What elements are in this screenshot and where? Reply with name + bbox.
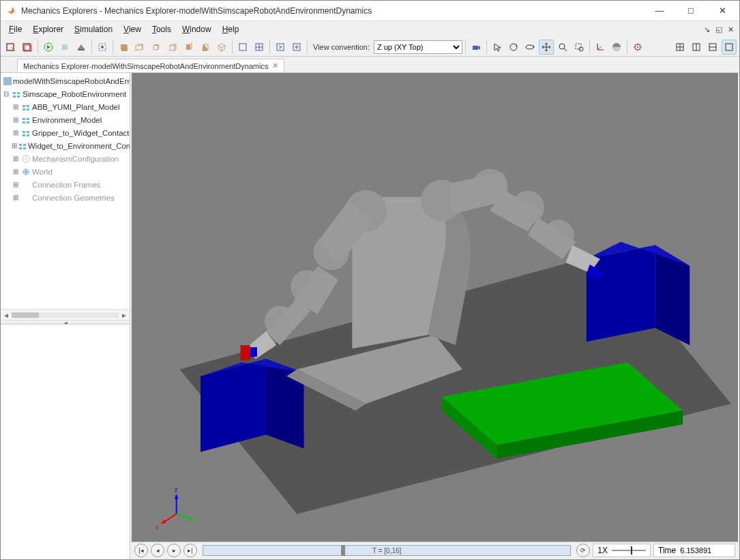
layout-horiz-icon[interactable] <box>689 40 704 55</box>
speed-control[interactable]: 1X <box>593 544 651 557</box>
tree-node-geometries[interactable]: ⊞ Connection Geometries <box>2 191 130 204</box>
time-slider[interactable]: T = [0,16] <box>203 545 571 556</box>
view-right-icon[interactable] <box>198 40 213 55</box>
subsystem-icon <box>12 89 21 99</box>
expand-icon[interactable]: ⊞ <box>12 129 20 136</box>
speed-slider[interactable] <box>612 550 646 551</box>
expand-both-icon[interactable] <box>289 40 304 55</box>
menu-simulation[interactable]: Simulation <box>69 23 118 35</box>
expand-icon[interactable]: ⊞ <box>12 181 20 188</box>
dock-minimize-icon[interactable]: ↘ <box>701 25 713 34</box>
play-button[interactable]: ▸ <box>167 544 181 557</box>
menu-explorer[interactable]: Explorer <box>27 23 69 35</box>
view-iso-icon[interactable] <box>214 40 229 55</box>
expand-icon[interactable]: ⊞ <box>12 155 20 162</box>
svg-rect-49 <box>23 121 25 123</box>
scroll-thumb[interactable] <box>12 312 39 318</box>
zoom-region-icon[interactable] <box>572 40 587 55</box>
dock-undock-icon[interactable]: ◱ <box>713 25 725 34</box>
expand-right-icon[interactable] <box>273 40 288 55</box>
step-back-button[interactable]: ◂ <box>151 544 164 557</box>
toolbar: View convention: Z up (XY Top) <box>1 38 739 57</box>
minimize-button[interactable]: — <box>644 1 675 21</box>
svg-rect-52 <box>27 131 29 133</box>
menu-tools[interactable]: Tools <box>147 23 177 35</box>
record-icon[interactable] <box>74 40 89 55</box>
svg-rect-56 <box>23 144 26 146</box>
tile-quad-icon[interactable] <box>252 40 267 55</box>
collapse-icon[interactable]: ⊟ <box>2 90 10 98</box>
roll-tool-icon[interactable] <box>522 40 537 55</box>
axes-tool-icon[interactable] <box>593 40 608 55</box>
svg-rect-58 <box>23 147 26 149</box>
scroll-left-icon[interactable]: ◂ <box>1 310 12 320</box>
skip-start-button[interactable]: |◂ <box>134 544 148 557</box>
expand-icon[interactable]: ⊞ <box>12 168 20 175</box>
view-bottom-icon[interactable] <box>165 40 180 55</box>
rotate-tool-icon[interactable] <box>506 40 521 55</box>
perspective-tool-icon[interactable] <box>609 40 624 55</box>
camera-icon[interactable] <box>469 40 484 55</box>
time-slider-thumb[interactable] <box>341 545 345 556</box>
matlab-logo-icon <box>6 5 17 16</box>
zoom-tool-icon[interactable] <box>555 40 570 55</box>
tree-node-abb[interactable]: ⊞ ABB_YUMI_Plant_Model <box>2 100 130 113</box>
tree-node-env[interactable]: ⊞ Environment_Model <box>2 113 130 126</box>
3d-viewport[interactable]: z x y <box>132 73 738 542</box>
tree-node-mechanism[interactable]: ⊞ MechanismConfiguration <box>2 152 130 165</box>
play-icon[interactable] <box>41 40 56 55</box>
view-front-icon[interactable] <box>116 40 131 55</box>
settings-icon[interactable] <box>630 40 645 55</box>
expand-icon[interactable]: ⊞ <box>12 103 20 110</box>
document-tab[interactable]: Mechanics Explorer-modelWithSimscapeRobo… <box>17 59 284 72</box>
view-top-icon[interactable] <box>149 40 164 55</box>
expand-icon[interactable]: ⊞ <box>12 142 17 149</box>
tree-node-widget[interactable]: ⊞ Widget_to_Environment_Contact <box>2 139 130 152</box>
svg-rect-54 <box>27 134 29 136</box>
step-forward-button[interactable]: ▸| <box>183 544 197 557</box>
layout-single-icon[interactable] <box>722 40 737 55</box>
refresh-all-icon[interactable] <box>20 40 35 55</box>
layout-quad-icon[interactable] <box>672 40 687 55</box>
menu-window[interactable]: Window <box>177 23 217 35</box>
menu-file[interactable]: File <box>3 23 27 35</box>
fit-view-icon[interactable] <box>95 40 110 55</box>
expand-icon[interactable]: ⊞ <box>12 116 20 123</box>
subsystem-icon <box>18 141 27 151</box>
tree-root[interactable]: modelWithSimscapeRobotAndEnvironmentDyna… <box>2 74 130 87</box>
explorer-pane: modelWithSimscapeRobotAndEnvironmentDyna… <box>1 73 130 559</box>
maximize-button[interactable]: □ <box>675 1 707 21</box>
properties-pane <box>1 324 130 559</box>
layout-vert-icon[interactable] <box>705 40 720 55</box>
tile-single-icon[interactable] <box>235 40 250 55</box>
svg-rect-37 <box>726 44 732 50</box>
refresh-explorer-icon[interactable] <box>3 40 18 55</box>
tree-node-gripper[interactable]: ⊞ Gripper_to_Widget_Contact <box>2 126 130 139</box>
tree-node-simscape[interactable]: ⊟ Simscape_RobotEnvironment <box>2 87 130 100</box>
menu-view[interactable]: View <box>118 23 147 35</box>
model-tree[interactable]: modelWithSimscapeRobotAndEnvironmentDyna… <box>1 73 130 309</box>
view-back-icon[interactable] <box>132 40 147 55</box>
svg-rect-79 <box>241 345 250 360</box>
svg-rect-38 <box>3 77 12 85</box>
svg-line-21 <box>564 48 567 51</box>
close-button[interactable]: ✕ <box>707 1 738 21</box>
svg-rect-53 <box>23 134 25 136</box>
svg-rect-42 <box>17 95 20 98</box>
tree-hscroll[interactable]: ◂ ▸ <box>1 309 130 320</box>
view-left-icon[interactable] <box>181 40 196 55</box>
expand-icon[interactable]: ⊞ <box>12 194 20 201</box>
loop-button[interactable]: ⟳ <box>576 544 590 557</box>
tree-node-frames[interactable]: ⊞ Connection Frames <box>2 178 130 191</box>
select-tool-icon[interactable] <box>490 40 505 55</box>
menu-help[interactable]: Help <box>217 23 245 35</box>
folder-icon <box>21 180 31 190</box>
pan-tool-icon[interactable] <box>539 40 554 55</box>
scroll-right-icon[interactable]: ▸ <box>119 310 130 320</box>
stop-icon[interactable] <box>57 40 72 55</box>
svg-rect-15 <box>277 44 284 50</box>
tab-close-icon[interactable]: ✕ <box>272 61 278 70</box>
view-convention-select[interactable]: Z up (XY Top) <box>374 40 462 54</box>
tree-node-world[interactable]: ⊞ World <box>2 165 130 178</box>
dock-close-icon[interactable]: ✕ <box>725 25 737 34</box>
